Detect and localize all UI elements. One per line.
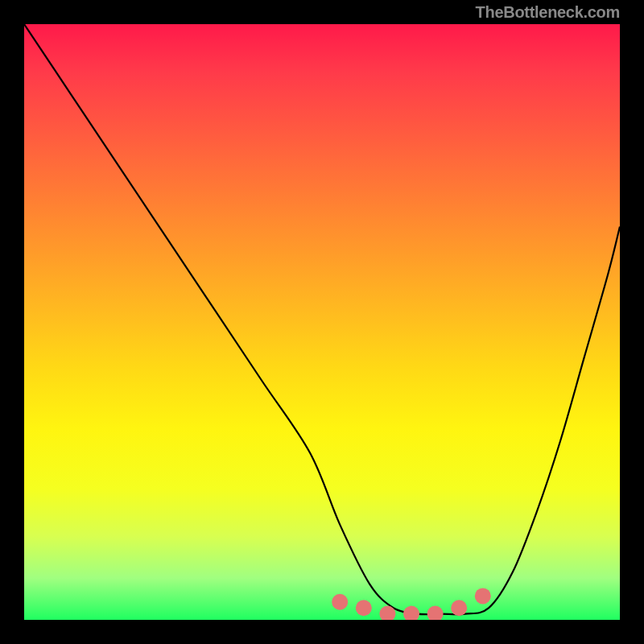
plot-area <box>24 24 620 620</box>
watermark-text: TheBottleneck.com <box>476 3 620 22</box>
marker-dot <box>475 588 491 604</box>
bottleneck-chart: TheBottleneck.com <box>0 0 644 644</box>
marker-dot <box>332 594 348 610</box>
marker-dot <box>356 600 372 616</box>
marker-dots <box>332 588 491 620</box>
bottleneck-curve <box>24 24 620 614</box>
curve-svg <box>24 24 620 620</box>
marker-dot <box>403 606 419 620</box>
marker-dot <box>451 600 467 616</box>
marker-dot <box>427 606 444 620</box>
